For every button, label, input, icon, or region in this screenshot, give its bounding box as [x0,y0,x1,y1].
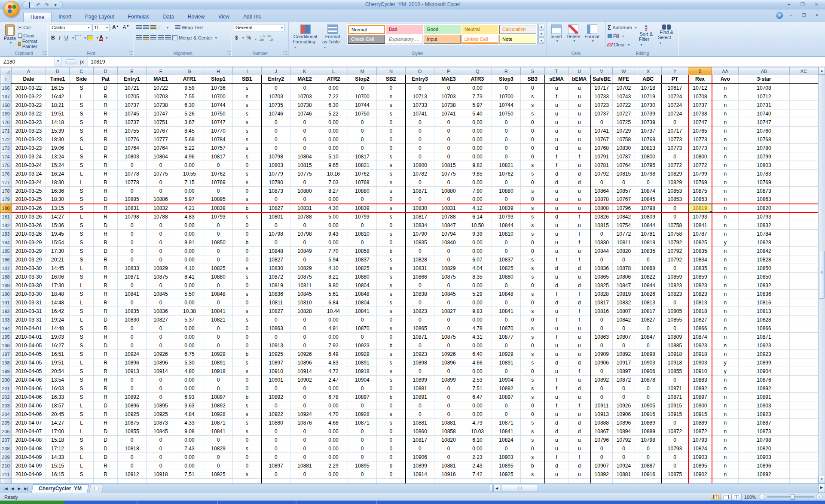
cell[interactable]: f [568,152,591,161]
number-dialog-launcher[interactable] [284,52,287,55]
cell[interactable]: 10700 [348,92,377,101]
cell[interactable]: R [94,230,118,238]
cell[interactable]: 10751 [147,118,175,127]
cell[interactable]: 19:24 [46,316,70,324]
column-header-S[interactable]: S [521,67,545,75]
row-header-185[interactable]: 185 [0,247,12,255]
cell[interactable]: Stop1 [204,75,233,84]
alignment-dialog-launcher[interactable] [227,52,231,55]
scroll-up-button[interactable]: ▲ [819,67,825,75]
cell[interactable] [46,479,70,484]
cell[interactable]: 10845 [434,290,463,298]
cell[interactable]: 10811 [262,298,290,307]
column-header-B[interactable]: B [46,67,70,75]
active-cell-Z180[interactable]: 10819 [688,204,712,213]
cell[interactable]: 0 [348,84,377,92]
cell[interactable]: 15:24 [46,161,70,170]
cell[interactable]: 10925 [492,470,521,479]
cell[interactable] [204,479,233,484]
cell[interactable]: 10883 [688,376,712,384]
cell[interactable] [790,204,818,213]
cell[interactable]: 10703 [262,92,290,101]
cell[interactable]: 0 [233,461,262,470]
cell[interactable] [262,479,290,484]
cell[interactable]: u [545,436,568,444]
cell[interactable]: 0.00 [175,230,204,238]
cell[interactable]: D [94,247,118,255]
cell[interactable]: 10828 [739,238,790,247]
delete-cells-button[interactable]: Delete▾ [565,24,583,44]
cell[interactable]: 10855 [662,316,688,324]
cell[interactable]: d [568,419,591,427]
cell[interactable]: 10733 [406,101,434,109]
cell[interactable]: 10776 [118,135,147,144]
cell[interactable]: 7.73 [463,92,492,101]
cell[interactable]: 10830 [262,264,290,273]
cell[interactable]: 0 [521,178,545,187]
cell[interactable]: 0 [377,427,406,436]
cell[interactable]: 0.00 [463,135,492,144]
cell[interactable]: u [545,444,568,453]
cell[interactable]: 10818 [688,307,712,316]
cell[interactable]: 10895 [147,401,175,410]
cell[interactable]: 10747 [739,118,790,127]
cell[interactable]: 10871 [406,187,434,195]
cell[interactable]: 10703 [147,92,175,101]
cell[interactable]: 0 [118,161,147,170]
cell[interactable]: 0 [262,118,290,127]
cell[interactable]: 0 [635,255,662,264]
cell[interactable]: R [94,393,118,401]
cell[interactable]: 16:42 [46,92,70,101]
cell[interactable]: 10758 [662,221,688,230]
cell[interactable]: 0 [290,84,319,92]
cell[interactable]: 10741 [434,109,463,118]
cell[interactable]: 0.00 [463,144,492,152]
grow-font-button[interactable]: A▲ [111,24,120,30]
cell[interactable]: S [70,204,94,213]
cell[interactable]: s [377,358,406,367]
row-header-189[interactable]: 189 [0,281,12,290]
cell[interactable]: n [712,298,739,307]
cell[interactable]: 4.80 [175,367,204,376]
cell-style-normal[interactable]: Normal [348,25,385,34]
cell[interactable]: 0 [204,436,233,444]
wrap-text-icon[interactable] [175,25,180,30]
cell[interactable]: 10778 [118,178,147,187]
cell[interactable]: 10880 [492,187,521,195]
cell[interactable]: ATR2 [319,75,348,84]
cell[interactable]: 0 [434,298,463,307]
cell[interactable]: 10830 [591,238,613,247]
cell[interactable]: u [568,92,591,101]
cell[interactable]: s [521,170,545,178]
cell[interactable]: d [568,178,591,187]
row-header-211[interactable]: 211 [0,470,12,479]
cell[interactable]: 10892 [204,401,233,410]
cell[interactable]: 0.00 [175,436,204,444]
cell[interactable]: 0 [147,384,175,393]
cell[interactable]: 10894 [613,427,635,436]
cell[interactable]: 0 [521,401,545,410]
cell[interactable]: 10733 [591,92,613,101]
cell[interactable]: s [521,290,545,298]
cell[interactable]: 10844 [591,247,613,255]
format-cells-button[interactable]: Format▾ [582,24,602,44]
cell[interactable]: n [712,92,739,101]
cell[interactable]: 0 [233,230,262,238]
cell[interactable]: 0 [521,281,545,290]
cell[interactable]: 10907 [591,461,613,470]
cell[interactable]: 10841 [348,307,377,316]
cell[interactable]: 0 [348,238,377,247]
cell[interactable]: u [545,393,568,401]
cell[interactable] [790,393,818,401]
cell[interactable]: 10903 [739,453,790,461]
cell[interactable]: 0.00 [319,427,348,436]
cell[interactable]: 0.00 [319,144,348,152]
cell[interactable] [790,195,818,204]
cell[interactable]: n [712,84,739,92]
cell[interactable]: u [545,135,568,144]
cell[interactable]: D [94,144,118,152]
cell[interactable]: 10829 [147,264,175,273]
cell[interactable]: 10889 [635,419,662,427]
cell[interactable]: 19:51 [46,109,70,118]
cell[interactable]: S [70,101,94,109]
